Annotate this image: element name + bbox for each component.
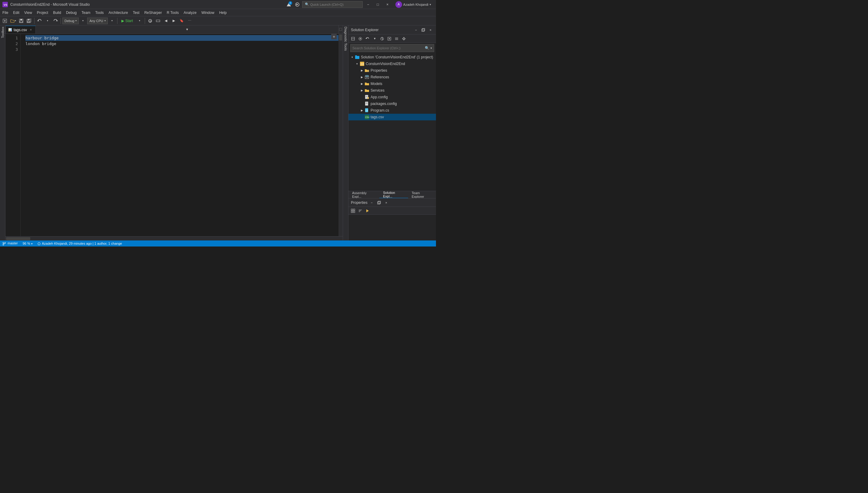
team-explorer-tab[interactable]: Team Explorer [408, 191, 436, 198]
status-git-info[interactable]: Azadeh Khojandi, 29 minutes ago | 1 auth… [38, 242, 122, 245]
project-expand-arrow[interactable]: ▾ [355, 62, 359, 65]
save-btn[interactable] [18, 17, 25, 24]
tab-dropdown-btn[interactable]: ▾ [184, 25, 190, 34]
close-button[interactable]: × [383, 0, 392, 9]
start-button[interactable]: ▶ Start [119, 18, 135, 24]
attach-btn[interactable]: ⚙ [146, 17, 154, 24]
debug-mode-dropdown[interactable]: Debug ▾ [62, 18, 79, 24]
h-scrollbar-thumb[interactable] [6, 237, 30, 240]
tab-tags-csv[interactable]: 📊 tags.csv × [5, 26, 36, 34]
se-pin-btn[interactable]: − [413, 27, 419, 33]
quick-launch-search[interactable]: 🔍 Quick Launch (Ctrl+Q) [302, 1, 363, 8]
se-refresh-btn[interactable] [364, 36, 371, 42]
se-add-file-btn[interactable] [386, 36, 393, 42]
maximize-button[interactable]: □ [374, 0, 382, 9]
se-float-btn[interactable] [420, 27, 426, 33]
scrollbar-thumb[interactable] [339, 35, 342, 41]
se-collapse-btn[interactable] [350, 36, 356, 42]
solution-explorer-tab[interactable]: Solution Expl... [379, 191, 408, 198]
properties-close-btn[interactable]: × [383, 200, 389, 206]
diagnostic-tools-sidebar[interactable]: Diagnostic Tools [343, 25, 348, 240]
tree-models-node[interactable]: ▶ Models [348, 81, 436, 87]
tree-project-node[interactable]: ▾ C# ConstumVisionEnd2End [348, 61, 436, 67]
se-search-dropdown[interactable]: ▾ [430, 47, 432, 49]
se-search-input[interactable] [352, 46, 424, 50]
code-line-1[interactable]: harbour bridge [25, 35, 339, 41]
tree-solution-node[interactable]: ▾ Solution 'ConstumVisionEnd2End' (1 pro… [348, 54, 436, 61]
tree-tagscsv-node[interactable]: CSV tags.csv [348, 114, 436, 121]
menu-analyze[interactable]: Analyze [181, 9, 199, 16]
undo-btn[interactable] [36, 17, 43, 24]
editor-minimap-toggle[interactable] [339, 25, 343, 34]
add-line-btn[interactable]: + [331, 34, 337, 39]
redo-btn[interactable] [52, 17, 59, 24]
menu-tools[interactable]: Tools [93, 9, 106, 16]
undo-dropdown[interactable]: ▾ [44, 17, 51, 24]
tab-close-icon[interactable]: × [29, 28, 33, 32]
platform-dropdown[interactable]: Any CPU ▾ [87, 18, 107, 24]
code-line-2[interactable]: london bridge [25, 41, 339, 47]
bookmark-btn[interactable]: 🔖 [178, 17, 185, 24]
toolbox-label[interactable]: Toolbox [1, 27, 4, 38]
new-project-btn[interactable] [1, 17, 8, 24]
menu-test[interactable]: Test [130, 9, 142, 16]
breakpoint-btn[interactable] [155, 17, 162, 24]
menu-team[interactable]: Team [79, 9, 93, 16]
vertical-scrollbar[interactable] [339, 34, 343, 236]
menu-build[interactable]: Build [51, 9, 64, 16]
start-dropdown[interactable]: ▾ [136, 17, 143, 24]
user-info[interactable]: A Azadeh Khojandi ▾ [393, 1, 433, 8]
se-dropdown-btn[interactable]: ▾ [371, 36, 378, 42]
live-share-icon[interactable] [294, 1, 301, 8]
menu-window[interactable]: Window [199, 9, 217, 16]
tree-packagesconfig-node[interactable]: packages.config [348, 101, 436, 107]
assembly-explorer-tab[interactable]: Assembly Expl... [348, 191, 379, 198]
references-expand-arrow[interactable]: ▶ [359, 76, 364, 79]
platform-dropdown-arrow[interactable]: ▾ [108, 17, 116, 24]
status-branch[interactable]: master [2, 241, 18, 245]
menu-debug[interactable]: Debug [64, 9, 79, 16]
menu-edit[interactable]: Edit [11, 9, 22, 16]
menu-project[interactable]: Project [35, 9, 51, 16]
more-toolbar-btns[interactable]: ⋯ [186, 17, 193, 24]
tree-references-node[interactable]: ▶ References [348, 74, 436, 81]
save-all-btn[interactable] [25, 17, 33, 24]
se-properties-btn[interactable] [401, 36, 407, 42]
tree-appconfig-node[interactable]: App.config [348, 94, 436, 101]
code-area[interactable]: harbour bridge london bridge [21, 34, 339, 236]
notification-icon[interactable]: 3 [285, 1, 292, 8]
menu-file[interactable]: File [0, 9, 11, 16]
menu-resharper[interactable]: ReSharper [142, 9, 164, 16]
nav-back-btn[interactable]: ◀ [162, 17, 169, 24]
models-expand-arrow[interactable]: ▶ [359, 82, 364, 85]
se-search-box[interactable]: 🔍 ▾ [350, 44, 434, 52]
properties-float-btn[interactable] [376, 200, 382, 206]
menu-architecture[interactable]: Architecture [106, 9, 130, 16]
nav-forward-btn[interactable]: ▶ [170, 17, 177, 24]
horizontal-scrollbar[interactable] [5, 236, 343, 240]
menu-help[interactable]: Help [217, 9, 229, 16]
properties-grid-btn[interactable] [350, 208, 356, 214]
tree-services-node[interactable]: ▶ Services [348, 87, 436, 94]
se-close-btn[interactable]: × [427, 27, 433, 33]
services-expand-arrow[interactable]: ▶ [359, 89, 364, 92]
se-show-all-btn[interactable] [357, 36, 364, 42]
toolbox-sidebar[interactable]: Toolbox [0, 25, 5, 240]
properties-sort-btn[interactable] [357, 208, 364, 214]
open-file-dropdown[interactable]: ▾ [9, 17, 17, 24]
tree-properties-node[interactable]: ▶ Properties [348, 67, 436, 74]
solution-expand-arrow[interactable]: ▾ [350, 56, 355, 59]
debug-dropdown-arrow[interactable]: ▾ [79, 17, 86, 24]
diagnostic-tools-label[interactable]: Diagnostic Tools [344, 27, 347, 51]
properties-pin-btn[interactable]: − [369, 200, 375, 206]
se-sync-btn[interactable] [379, 36, 385, 42]
minimize-button[interactable]: − [364, 0, 372, 9]
se-view-btn[interactable] [393, 36, 400, 42]
programcs-expand-arrow[interactable]: ▶ [359, 109, 364, 112]
tree-programcs-node[interactable]: ▶ C# Program.cs [348, 107, 436, 114]
status-zoom[interactable]: 96 % ▾ [23, 242, 33, 245]
menu-rtools[interactable]: R Tools [164, 9, 181, 16]
properties-events-btn[interactable] [364, 208, 371, 214]
menu-view[interactable]: View [22, 9, 35, 16]
properties-expand-arrow[interactable]: ▶ [359, 69, 364, 72]
